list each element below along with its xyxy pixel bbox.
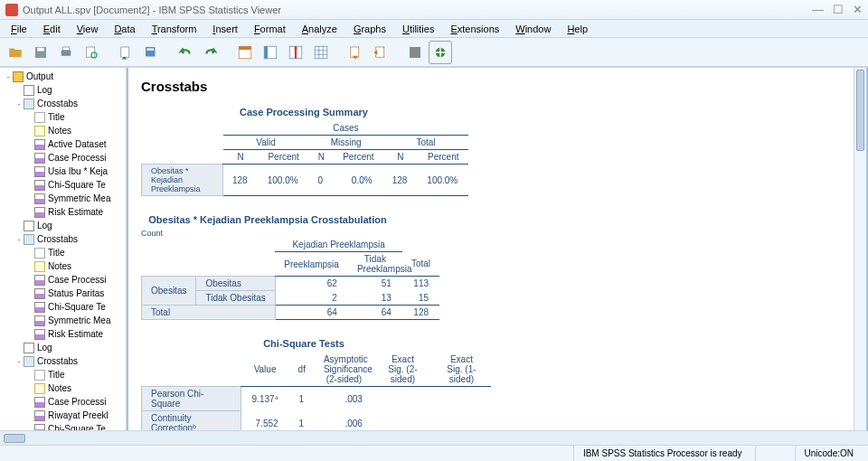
- tree-chi-square-te[interactable]: Chi-Square Te: [0, 300, 126, 314]
- tbl-icon: [34, 166, 45, 177]
- tbl-icon: [34, 410, 45, 421]
- cross-title: Obesitas * Kejadian Preeklampsia Crossta…: [141, 214, 394, 225]
- tree-status-paritas[interactable]: Status Paritas: [0, 287, 126, 300]
- tree-case-processi[interactable]: Case Processi: [0, 273, 126, 287]
- recall-dialog-button[interactable]: [139, 41, 163, 64]
- menu-edit[interactable]: Edit: [36, 23, 68, 35]
- viewer-pane[interactable]: Crosstabs Case Processing Summary Cases …: [127, 68, 868, 430]
- tree-title[interactable]: Title: [0, 246, 126, 259]
- tree-chi-square-te[interactable]: Chi-Square Te: [0, 178, 126, 192]
- cps-v0: 128: [223, 165, 259, 196]
- designate-window-button[interactable]: [369, 41, 392, 64]
- menu-extensions[interactable]: Extensions: [443, 23, 506, 35]
- tree-chi-square-te[interactable]: Chi-Square Te: [0, 422, 126, 430]
- tree-title[interactable]: Title: [0, 368, 126, 381]
- cps-grp-missing: Missing: [309, 136, 383, 150]
- maximize-button[interactable]: ☐: [833, 3, 844, 16]
- svg-rect-3: [62, 47, 70, 51]
- svg-rect-17: [410, 47, 420, 58]
- cps-table[interactable]: Cases Valid Missing Total NPercentNPerce…: [141, 121, 468, 196]
- svg-rect-14: [315, 46, 327, 59]
- chisq-title: Chi-Square Tests: [141, 338, 467, 349]
- svg-rect-1: [37, 47, 44, 51]
- window-title: Output ALL.spv [Document2] - IBM SPSS St…: [23, 5, 281, 15]
- menu-utilities[interactable]: Utilities: [395, 23, 441, 35]
- tree-active-dataset[interactable]: Active Dataset: [0, 137, 126, 151]
- tree-risk-estimate[interactable]: Risk Estimate: [0, 205, 126, 219]
- svg-rect-12: [264, 46, 268, 59]
- svg-rect-8: [147, 48, 155, 50]
- ct-icon: [24, 99, 34, 109]
- cps-v4: 128: [383, 165, 419, 196]
- toolbar: [0, 38, 868, 67]
- vertical-scrollbar[interactable]: [854, 68, 866, 430]
- tree-case-processi[interactable]: Case Processi: [0, 151, 126, 165]
- cross-table[interactable]: Kejadian Preeklampsia Preeklampsia Tidak…: [141, 238, 439, 320]
- tree-case-processi[interactable]: Case Processi: [0, 395, 126, 409]
- menu-file[interactable]: File: [4, 23, 34, 35]
- tree-usia-ibu-keja[interactable]: Usia Ibu * Keja: [0, 165, 126, 178]
- tree-crosstabs[interactable]: -Crosstabs: [0, 232, 126, 246]
- print-button[interactable]: [54, 41, 78, 64]
- chisq-row-stub: Pearson Chi-Square: [142, 387, 241, 411]
- tree-crosstabs[interactable]: -Crosstabs: [0, 354, 126, 368]
- stop-button[interactable]: [429, 41, 452, 64]
- tree-title[interactable]: Title: [0, 110, 126, 124]
- menu-help[interactable]: Help: [560, 23, 595, 35]
- tree-output[interactable]: -Output: [0, 70, 126, 83]
- menu-insert[interactable]: Insert: [205, 23, 245, 35]
- minimize-button[interactable]: —: [812, 3, 824, 16]
- ct-icon: [24, 356, 34, 367]
- close-button[interactable]: ✕: [853, 3, 863, 16]
- tree-log[interactable]: Log: [0, 341, 126, 354]
- tree-notes[interactable]: Notes: [0, 259, 126, 273]
- tbl-icon: [34, 275, 45, 286]
- status-unicode: Unicode:ON: [795, 446, 863, 461]
- menu-graphs[interactable]: Graphs: [346, 23, 393, 35]
- menu-format[interactable]: Format: [247, 23, 293, 35]
- cps-row-stub: Obesitas * Kejadian Preeklampsia: [142, 165, 223, 196]
- select-last-button[interactable]: [344, 41, 367, 64]
- tbl-icon: [34, 424, 45, 431]
- chisq-table[interactable]: ValuedfAsymptotic Significance (2-sided)…: [141, 353, 491, 430]
- cross-c0: Preeklampsia: [275, 252, 348, 277]
- tree-symmetric-mea[interactable]: Symmetric Mea: [0, 314, 126, 327]
- note-icon: [34, 126, 45, 136]
- redo-button[interactable]: [199, 41, 222, 64]
- menu-data[interactable]: Data: [107, 23, 142, 35]
- tree-crosstabs[interactable]: -Crosstabs: [0, 97, 126, 110]
- tree-log[interactable]: Log: [0, 83, 126, 97]
- tbl-icon: [34, 193, 45, 204]
- undo-button[interactable]: [174, 41, 197, 64]
- title-icon: [34, 112, 45, 123]
- tbl-icon: [34, 288, 45, 299]
- menu-window[interactable]: Window: [508, 23, 558, 35]
- tbl-icon: [34, 207, 45, 218]
- cps-grp-total: Total: [383, 136, 469, 150]
- save-button[interactable]: [29, 41, 52, 64]
- menu-analyze[interactable]: Analyze: [295, 23, 344, 35]
- goto-case-button[interactable]: [259, 41, 282, 64]
- tree-risk-estimate[interactable]: Risk Estimate: [0, 327, 126, 341]
- outline-pane[interactable]: -OutputLog-CrosstabsTitleNotesActive Dat…: [0, 68, 127, 430]
- horizontal-scrollbar[interactable]: [0, 430, 868, 445]
- tree-notes[interactable]: Notes: [0, 124, 126, 137]
- print-preview-button[interactable]: [80, 41, 103, 64]
- menu-transform[interactable]: Transform: [145, 23, 204, 35]
- status-message: IBM SPSS Statistics Processor is ready: [573, 446, 751, 461]
- tree-symmetric-mea[interactable]: Symmetric Mea: [0, 192, 126, 205]
- variables-button[interactable]: [309, 41, 333, 64]
- tbl-icon: [34, 153, 45, 164]
- goto-data-button[interactable]: [233, 41, 257, 64]
- tbl-icon: [34, 180, 45, 191]
- tree-riwayat-preekl[interactable]: Riwayat Preekl: [0, 409, 126, 422]
- export-button[interactable]: [114, 41, 137, 64]
- ct-icon: [24, 234, 34, 245]
- goto-variable-button[interactable]: [284, 41, 307, 64]
- open-button[interactable]: [4, 41, 27, 64]
- run-button[interactable]: [403, 41, 427, 64]
- tbl-icon: [34, 397, 45, 408]
- tree-log[interactable]: Log: [0, 219, 126, 232]
- tree-notes[interactable]: Notes: [0, 381, 126, 395]
- menu-view[interactable]: View: [70, 23, 106, 35]
